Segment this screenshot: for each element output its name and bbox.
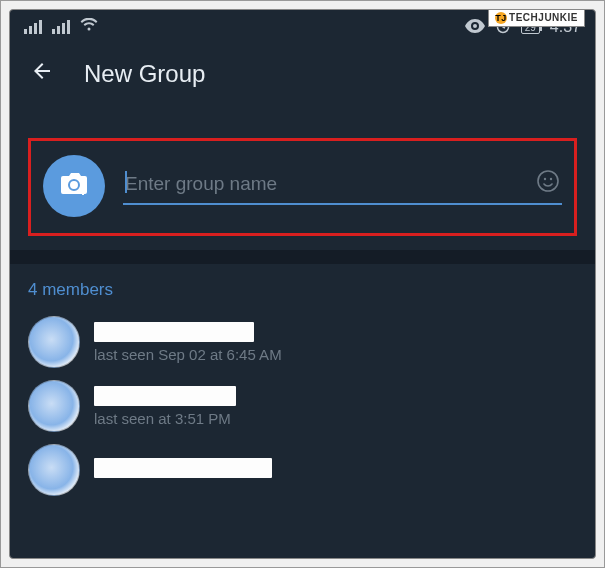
svg-point-3	[550, 178, 552, 180]
member-name-redacted	[94, 386, 236, 406]
svg-point-1	[538, 171, 558, 191]
camera-icon	[59, 171, 89, 201]
avatar	[28, 444, 80, 496]
group-name-input[interactable]	[123, 167, 562, 205]
group-name-section	[28, 138, 577, 236]
app-header: New Group	[10, 44, 595, 104]
signal-icon	[24, 20, 42, 34]
member-name-redacted	[94, 458, 272, 478]
avatar	[28, 380, 80, 432]
back-button[interactable]	[24, 53, 60, 95]
member-last-seen: last seen at 3:51 PM	[94, 410, 577, 427]
emoji-button[interactable]	[536, 169, 562, 195]
members-count-label: 4 members	[10, 264, 595, 310]
watermark-badge: TJTECHJUNKIE	[488, 10, 585, 27]
signal-icon-2	[52, 20, 70, 34]
text-cursor	[125, 171, 127, 193]
member-row[interactable]	[10, 438, 595, 502]
avatar	[28, 316, 80, 368]
member-last-seen: last seen Sep 02 at 6:45 AM	[94, 346, 577, 363]
member-row[interactable]: last seen Sep 02 at 6:45 AM	[10, 310, 595, 374]
wifi-icon	[80, 18, 98, 36]
member-row[interactable]: last seen at 3:51 PM	[10, 374, 595, 438]
member-name-redacted	[94, 322, 254, 342]
svg-point-2	[544, 178, 546, 180]
page-title: New Group	[84, 60, 205, 88]
section-divider	[10, 250, 595, 264]
add-photo-button[interactable]	[43, 155, 105, 217]
eye-icon	[465, 19, 485, 36]
